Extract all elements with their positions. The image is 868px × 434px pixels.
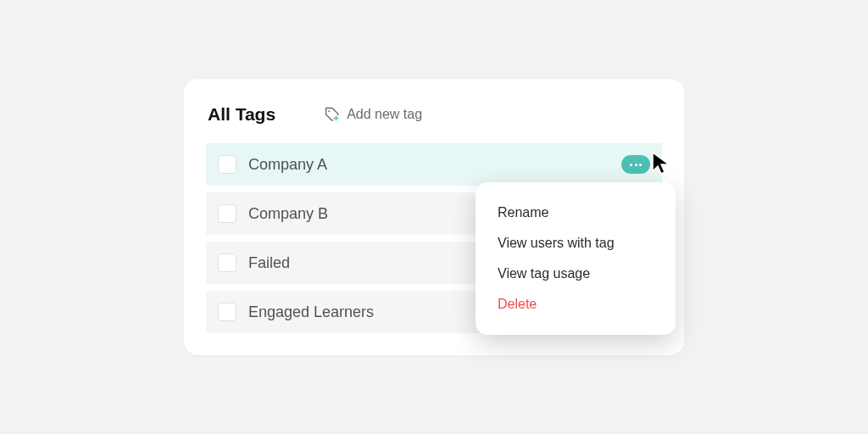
tag-label: Company A [248,156,327,174]
tags-card: All Tags Add new tag Company A [184,79,684,355]
tag-label: Company B [248,205,328,223]
tag-checkbox[interactable] [218,204,236,223]
tags-list: Company A Rename View users with tag Vie… [206,143,662,333]
tag-plus-icon [325,107,340,122]
page-title: All Tags [208,104,275,125]
menu-rename[interactable]: Rename [476,198,676,228]
tag-label: Engaged Learners [248,303,374,321]
add-new-tag-button[interactable]: Add new tag [325,107,422,122]
add-new-tag-label: Add new tag [347,107,422,122]
tag-checkbox[interactable] [218,253,236,272]
tag-label: Failed [248,254,290,272]
actions-dropdown: Rename View users with tag View tag usag… [476,182,676,335]
svg-point-0 [328,110,330,112]
more-actions-button[interactable] [621,155,650,174]
card-header: All Tags Add new tag [206,104,662,125]
menu-view-users[interactable]: View users with tag [476,228,676,259]
more-actions-icon [630,164,632,166]
tag-checkbox[interactable] [218,155,236,174]
menu-delete[interactable]: Delete [476,289,676,320]
tag-row[interactable]: Company A Rename View users with tag Vie… [206,143,662,186]
tag-checkbox[interactable] [218,303,236,321]
menu-view-usage[interactable]: View tag usage [476,259,676,289]
